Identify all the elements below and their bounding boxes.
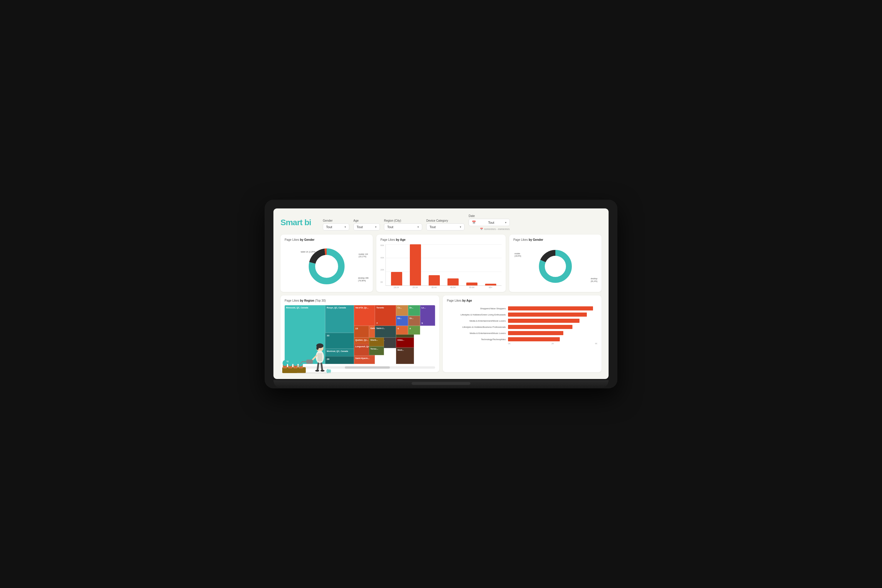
chevron-down-icon: ▾ — [375, 225, 376, 228]
charts-top-row: Page Likes by Gender tablet 1K (2,2 — [280, 235, 602, 292]
chart-gender-donut-2: Page Likes by Gender mobile(18,6%) deskt… — [509, 235, 602, 292]
hbar-label-0: Shoppers/Value Shoppers — [447, 307, 506, 310]
filter-age-select[interactable]: Tout ▾ — [353, 224, 380, 231]
chevron-down-icon: ▾ — [460, 225, 461, 228]
header: Smart bi Gender Tout ▾ Age — [280, 214, 602, 231]
treemap-rimouski[interactable]: Rimouski, QC, Canada 91 — [285, 305, 325, 364]
treemap-gr[interactable]: Gr... — [408, 316, 420, 326]
treemap-saint-j[interactable]: Saint-J... — [375, 326, 396, 338]
logo-bi: bi — [302, 218, 311, 227]
hbar-bar-0 — [508, 306, 593, 310]
chart-age-bar: Page Likes by Age 60K 40K 20K 0K — [376, 235, 506, 292]
chart2-bars-container: 18-24 25-34 35-44 45-54 55-64 65+ — [386, 244, 502, 288]
filter-date-select[interactable]: 📅 Tout ▾ — [469, 219, 510, 226]
bar-25-34 — [408, 244, 423, 285]
filter-region: Region (City) Tout ▾ — [384, 219, 422, 231]
filter-date: Date 📅 Tout ▾ 📅 02/02/2021 - 03/03/2021 — [469, 214, 510, 231]
hbar-label-4: Media & Entertainment/Music Lovers — [447, 332, 506, 334]
hbar-row-3: Lifestyles & Hobbies/Business Profession… — [447, 325, 597, 329]
donut2-label-mobile: mobile(18,6%) — [514, 252, 521, 258]
chart2-title: Page Likes by Age — [380, 238, 502, 242]
hbar-bar-container-3 — [508, 325, 597, 329]
filter-device-label: Device Category — [426, 219, 465, 222]
chevron-down-icon: ▾ — [417, 225, 419, 228]
treemap-rouyn[interactable]: Rouyn, QC, Canada — [325, 305, 354, 333]
scrollbar-thumb — [345, 366, 390, 369]
chevron-down-icon: ▾ — [345, 225, 346, 228]
donut-label-mobile: mobile 11K(19,17%) — [358, 253, 368, 258]
treemap-terrace[interactable]: Terrac... — [369, 346, 384, 355]
date-range-text: 📅 02/02/2021 - 03/03/2021 — [469, 228, 510, 231]
bar-35-44 — [426, 244, 442, 285]
filter-age-label: Age — [353, 219, 380, 222]
bar-45-54-fill — [447, 278, 459, 285]
scrollbar[interactable] — [285, 366, 435, 369]
svg-point-3 — [315, 255, 338, 278]
treemap-33[interactable]: 33 — [325, 333, 354, 349]
xlabel-18-24: 18-24 — [388, 286, 404, 288]
hbar-bar-3 — [508, 325, 572, 329]
hbar-label-1: Lifestyles & Hobbies/Green Living Enthus… — [447, 314, 506, 316]
treemap-le[interactable]: Le... 5 — [420, 305, 435, 326]
filter-device: Device Category Tout ▾ — [426, 219, 465, 231]
xlabel-45-54: 45-54 — [445, 286, 461, 288]
treemap-ed[interactable]: Ed... — [396, 316, 408, 326]
bar-65plus — [483, 244, 499, 285]
filter-date-value: Tout — [488, 221, 494, 224]
hbar-label-5: Technology/Technophiles — [447, 338, 506, 341]
chart2-xlabels: 18-24 25-34 35-44 45-54 55-64 65+ — [386, 286, 502, 288]
laptop-frame: Smart bi Gender Tout ▾ Age — [265, 200, 617, 388]
filter-gender-select[interactable]: Tout ▾ — [323, 224, 349, 231]
treemap-saint-hyacin[interactable]: Saint-Hyacin... — [354, 356, 375, 364]
filter-gender-value: Tout — [326, 225, 332, 229]
svg-point-6 — [545, 256, 566, 277]
calendar-small-icon: 📅 — [480, 228, 483, 231]
logo: Smart bi — [280, 218, 311, 227]
bar-35-44-fill — [429, 275, 440, 285]
laptop-screen: Smart bi Gender Tout ▾ Age — [273, 208, 609, 379]
chart1-donut: tablet 1K (2,25%) mobile 11K(19,17%) des… — [285, 244, 369, 288]
hbar-xlabel-0k: 0K — [508, 342, 511, 345]
bar-18-24-fill — [391, 272, 402, 285]
xlabel-35-44: 35-44 — [426, 286, 442, 288]
treemap-4a[interactable]: 4 — [396, 326, 408, 334]
xlabel-25-34: 25-34 — [407, 286, 423, 288]
donut2-label-desktop: desktop(81,4%) — [591, 278, 597, 282]
hbar-bar-1 — [508, 312, 587, 316]
hbar-row-1: Lifestyles & Hobbies/Green Living Enthus… — [447, 312, 597, 316]
chart-region-treemap: Page Likes by Region (Top 30) Rimouski, … — [280, 296, 439, 372]
calendar-icon: 📅 — [472, 220, 476, 224]
xlabel-65plus: 65+ — [483, 286, 499, 288]
chart2-yaxis: 60K 40K 20K 0K — [380, 244, 384, 288]
bar-55-64-fill — [466, 282, 477, 285]
chart-gender-donut-1: Page Likes by Gender tablet 1K (2,2 — [280, 235, 373, 292]
bar-55-64 — [464, 244, 480, 285]
hbar-bar-container-2 — [508, 319, 597, 323]
filter-region-select[interactable]: Tout ▾ — [384, 224, 422, 231]
treemap-dr[interactable]: Dr... — [408, 305, 420, 316]
treemap-valdor[interactable]: Val-d'Or, Qc... — [354, 305, 375, 326]
hbar-bar-container-4 — [508, 331, 597, 335]
treemap-medicine[interactable]: Medi... — [396, 348, 414, 364]
chart1-title: Page Likes by Gender — [285, 238, 369, 242]
treemap-28[interactable]: 28 — [325, 356, 354, 364]
hbar-bar-4 — [508, 331, 563, 335]
hbar-xlabel-2k: 2K — [552, 342, 554, 345]
treemap-sherb[interactable]: Sherb... — [369, 338, 384, 346]
bar-65plus-fill — [485, 284, 496, 285]
filter-gender: Gender Tout ▾ — [323, 219, 349, 231]
filter-device-select[interactable]: Tout ▾ — [426, 224, 465, 231]
hbar-row-2: Media & Entertainment/Movie Lovers — [447, 319, 597, 323]
hbar-bar-5 — [508, 337, 560, 341]
dashboard: Smart bi Gender Tout ▾ Age — [273, 208, 609, 379]
treemap-kitimat[interactable]: Kitim... — [396, 338, 414, 348]
filter-gender-label: Gender — [323, 219, 349, 222]
treemap-cs[interactable]: Cs... — [396, 305, 408, 316]
chart4-title: Page Likes by Region (Top 30) — [285, 299, 435, 302]
chevron-down-icon: ▾ — [505, 221, 507, 224]
treemap-4b[interactable]: 4 — [408, 326, 420, 334]
treemap-15[interactable]: 15 — [354, 326, 369, 338]
bar-25-34-fill — [410, 244, 421, 285]
filter-device-value: Tout — [429, 225, 436, 229]
treemap-toronto[interactable]: Toronto 7 — [375, 305, 396, 326]
